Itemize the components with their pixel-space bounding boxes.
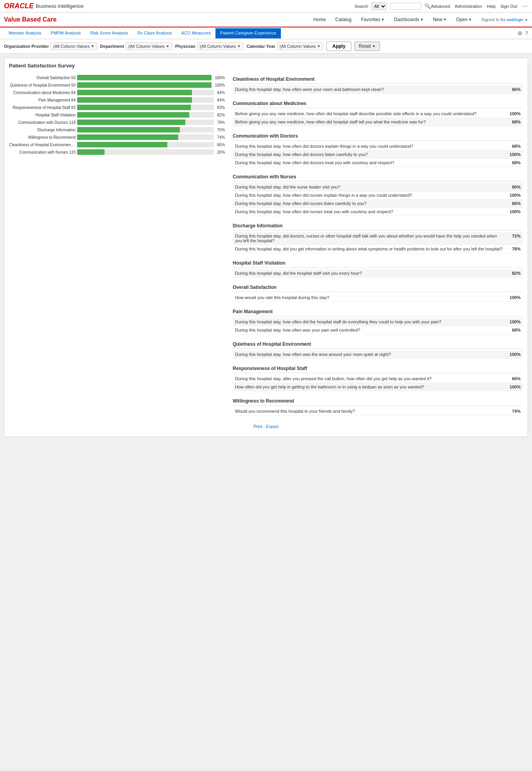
detail-question: During this hospital stay, after you pre…	[235, 376, 507, 381]
detail-question: During this hospital stay, how often did…	[235, 152, 507, 157]
detail-percentage: 100%	[507, 319, 521, 324]
detail-percentage: 68%	[507, 144, 521, 149]
bar-fill	[77, 112, 189, 118]
settings-icon[interactable]: ⚙	[518, 30, 523, 36]
search-input[interactable]	[390, 3, 421, 10]
detail-row: During this hospital stay, how often did…	[233, 159, 523, 167]
detail-section-title: Hospital Staff Visitation	[233, 259, 523, 268]
detail-percentage: 100%	[507, 295, 521, 300]
detail-section-title: Communication about Medicines	[233, 99, 523, 108]
help-link[interactable]: Help	[487, 4, 496, 9]
oracle-text: ORACLE	[4, 2, 34, 10]
detail-percentage: 100%	[507, 352, 521, 357]
detail-question: During this hospital stay, did the nurse…	[235, 185, 507, 189]
detail-section: Responsiveness of Hospital StaffDuring t…	[233, 364, 523, 391]
detail-row: During this hospital stay, how often was…	[233, 350, 523, 359]
open-nav[interactable]: Open ▼	[452, 15, 476, 24]
detail-percentage: 80%	[507, 185, 521, 189]
detail-row: During this hospital stay, how often did…	[233, 200, 523, 208]
print-export-link[interactable]: Print - Export	[253, 424, 279, 429]
department-select[interactable]: (All Column Values ▼	[126, 42, 172, 50]
org-provider-filter: Organization Provider (All Column Values…	[4, 42, 97, 50]
detail-row: During this hospital stay, how often wer…	[233, 85, 523, 94]
detail-section-title: Willingness to Recommend	[233, 397, 523, 406]
org-provider-select[interactable]: (All Column Values ▼	[51, 42, 97, 50]
help-icon[interactable]: ?	[525, 30, 528, 36]
search-button[interactable]: 🔍	[424, 3, 431, 9]
bi-text: Business Intelligence	[36, 3, 83, 9]
open-chevron-icon: ▼	[468, 18, 472, 22]
calendar-year-select[interactable]: (All Column Values ▼	[277, 42, 324, 50]
detail-section-title: Responsiveness of Hospital Staff	[233, 364, 523, 373]
tab-rx-claim-analysis[interactable]: Rx Claim Analysis	[133, 28, 177, 38]
new-nav[interactable]: New ▼	[429, 15, 451, 24]
two-column-layout: Overall Satisfaction 50100%Quietness of …	[9, 75, 523, 421]
department-filter: Department (All Column Values ▼	[100, 42, 172, 50]
physician-select[interactable]: (All Column Values ▼	[197, 42, 244, 50]
sign-out-link[interactable]: Sign Out	[500, 4, 517, 9]
reset-button[interactable]: Reset ▼	[355, 42, 380, 51]
detail-row: How often did you get help in getting to…	[233, 383, 523, 391]
nav-items: Home Catalog Favorites ▼ Dashboards ▼ Ne…	[309, 15, 528, 24]
bar-value: 100%	[215, 83, 225, 87]
tab-bar: Member Analysis PMPM Analysis Risk Score…	[0, 27, 532, 39]
catalog-nav[interactable]: Catalog	[331, 15, 355, 24]
bar-track	[77, 149, 214, 155]
calendar-year-label: Calendar Year	[246, 44, 275, 49]
detail-section: Discharge InformationDuring this hospita…	[233, 221, 523, 253]
detail-percentage: 68%	[507, 328, 521, 332]
bar-chart-item: Cleanliness of Hospital Environment 3366…	[9, 142, 225, 147]
detail-row: During this hospital stay, did the nurse…	[233, 183, 523, 191]
detail-question: During this hospital stay, how often did…	[235, 160, 507, 165]
bar-value: 84%	[217, 91, 225, 95]
favorites-nav[interactable]: Favorites ▼	[357, 15, 388, 24]
bar-track	[77, 105, 214, 110]
bar-fill	[77, 149, 105, 155]
username-label: weblogic	[507, 17, 523, 22]
tab-risk-score-analysis[interactable]: Risk Score Analysis	[85, 28, 133, 38]
detail-section-title: Pain Management	[233, 307, 523, 316]
detail-question: During this hospital stay, how often wer…	[235, 87, 507, 92]
tab-patient-caregiver-experience[interactable]: Patient Caregiver Experience	[215, 28, 281, 38]
dots-menu[interactable]: ⋯	[522, 2, 528, 10]
bar-value: 66%	[217, 143, 225, 147]
physician-chevron-icon: ▼	[237, 44, 241, 48]
detail-section: Communication with DoctorsDuring this ho…	[233, 132, 523, 167]
detail-section: Willingness to RecommendWould you recomm…	[233, 397, 523, 415]
detail-percentage: 100%	[507, 385, 521, 389]
apply-button[interactable]: Apply	[326, 42, 351, 51]
tab-pmpm-analysis[interactable]: PMPM Analysis	[46, 28, 85, 38]
detail-question: Before giving you any new medicine, how …	[235, 120, 507, 124]
administration-link[interactable]: Administration	[455, 4, 482, 9]
detail-row: During this hospital stay, did doctors, …	[233, 232, 523, 245]
tab-member-analysis[interactable]: Member Analysis	[4, 28, 46, 38]
favorites-chevron-icon: ▼	[381, 18, 385, 22]
bar-fill	[77, 134, 178, 140]
bar-track	[77, 112, 214, 118]
panel-footer: Print - Export	[9, 421, 523, 432]
dashboards-nav[interactable]: Dashboards ▼	[390, 15, 428, 24]
detail-question: During this hospital stay, how often did…	[235, 319, 507, 324]
advanced-link[interactable]: Advanced	[431, 4, 450, 9]
detail-section: Hospital Staff VisitationDuring this hos…	[233, 259, 523, 278]
bar-track	[77, 82, 212, 88]
bar-value: 74%	[217, 135, 225, 140]
bar-chart-item: Hospital Staff Visitation82%	[9, 112, 225, 118]
search-type-select[interactable]: All	[371, 2, 387, 10]
bar-track	[77, 120, 214, 125]
bar-track	[77, 127, 214, 132]
bar-value: 84%	[217, 98, 225, 102]
detail-row: During this hospital stay, how often did…	[233, 191, 523, 200]
detail-question: During this hospital stay, how often did…	[235, 193, 507, 198]
detail-percentage: 72%	[507, 234, 521, 238]
detail-row: Before giving you any new medicine, how …	[233, 118, 523, 126]
home-nav[interactable]: Home	[309, 15, 330, 24]
physician-label: Physician	[175, 44, 195, 49]
detail-question: During this hospital stay, how often did…	[235, 144, 507, 149]
bar-value: 82%	[217, 113, 225, 117]
tab-aco-measures[interactable]: ACO Measures	[177, 28, 215, 38]
detail-row: During this hospital stay, how often did…	[233, 142, 523, 151]
bar-fill	[77, 97, 192, 103]
bar-value: 79%	[217, 120, 225, 125]
detail-percentage: 74%	[507, 409, 521, 414]
